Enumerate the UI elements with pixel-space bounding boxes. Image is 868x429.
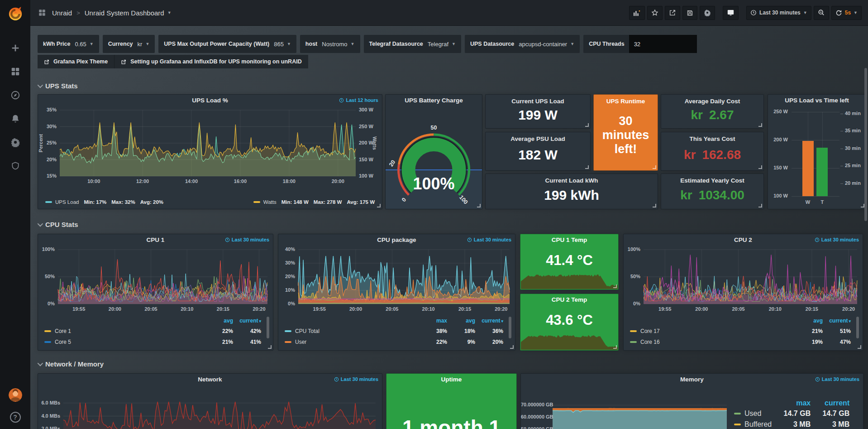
- memory-chart[interactable]: 70.000000 GB60.000000 GB50.000000 GB: [521, 386, 730, 429]
- cpu1-chart[interactable]: 100%50%0%19:5520:0020:0520:1020:1520:20: [38, 246, 273, 315]
- series-key: [253, 201, 260, 203]
- svg-text:20: 20: [388, 159, 396, 168]
- zoom-out-button[interactable]: [814, 6, 829, 20]
- grafana-logo[interactable]: [5, 4, 25, 24]
- create-plus-icon[interactable]: [10, 43, 21, 53]
- svg-text:50: 50: [431, 125, 437, 131]
- nav-actions: Last 30 minutes ▼ 5s ▼: [629, 6, 862, 20]
- panel-time-range[interactable]: Last 30 minutes: [225, 237, 269, 242]
- admin-shield-icon[interactable]: [10, 160, 21, 171]
- network-chart[interactable]: 6.0 MBs4.0 MBs2.0 MBs: [38, 386, 382, 429]
- legend-scrollbar[interactable]: [509, 317, 511, 338]
- section-ups-stats[interactable]: UPS Stats: [38, 82, 78, 90]
- legend-row: Core 5 21% 41%: [44, 337, 261, 347]
- cpu1-temp-value: 41.4 °C: [520, 252, 618, 269]
- panel-title[interactable]: UPS Load vs Time left: [768, 95, 866, 106]
- refresh-interval-label: 5s: [845, 10, 851, 16]
- panel-title[interactable]: Memory: [521, 374, 863, 386]
- panel-time-range[interactable]: Last 30 minutes: [815, 376, 859, 382]
- stat-value: 199 W: [518, 107, 558, 125]
- variable-ups-datasource[interactable]: UPS Datasource apcupsd-container▼: [465, 35, 580, 53]
- legend-row: User 22% 9% 20%: [285, 337, 503, 347]
- chevron-down-icon: [38, 361, 43, 366]
- share-button[interactable]: [665, 6, 680, 20]
- panel-title[interactable]: UPS Load %: [38, 95, 382, 106]
- cpu-package-legend: max avg current CPU Total 38% 18% 36% Us…: [278, 315, 515, 350]
- chevron-down-icon: ▼: [167, 10, 172, 15]
- chevron-down-icon: [38, 82, 43, 88]
- variable-host[interactable]: host Nostromo▼: [300, 35, 360, 53]
- clock-icon: [467, 237, 472, 242]
- ups-load-legend: UPS Load Min: 17% Max: 32% Avg: 20% Watt…: [38, 197, 382, 209]
- panel-title[interactable]: Network: [38, 374, 382, 386]
- variable-currency[interactable]: Currency kr▼: [103, 35, 155, 53]
- cpu-package-chart[interactable]: 40%30%20%10%0%19:5520:0020:0520:1020:152…: [278, 246, 515, 315]
- row-network-memory: Network Last 30 minutes 6.0 MBs4.0 MBs2.…: [38, 373, 863, 429]
- link-ups-monitoring-guide[interactable]: Setting up Grafana and InfluxDB for UPS …: [114, 55, 308, 68]
- dashboards-grid-icon[interactable]: [10, 66, 21, 77]
- panel-title[interactable]: CPU 1 Temp: [520, 234, 618, 246]
- legend-row: Core 17 21% 51%: [630, 326, 851, 337]
- legend-scrollbar[interactable]: [267, 317, 269, 338]
- ups-load-chart[interactable]: 35%30%25%20%15%300 W250 W200 W150 W100 W…: [38, 106, 382, 197]
- panel-title[interactable]: UPS Battery Charge: [386, 95, 482, 106]
- help-icon[interactable]: ?: [10, 412, 21, 423]
- panel-current-ups-load: Current UPS Load 199 W: [485, 94, 591, 129]
- time-range-button[interactable]: Last 30 minutes ▼: [746, 6, 811, 20]
- panel-ups-runtime: UPS Runtime 30 minutes left!: [593, 94, 658, 171]
- cpu-temp-column: CPU 1 Temp 41.4 °C CPU 2 Temp 43.6 °C: [520, 234, 619, 351]
- panel-time-range[interactable]: Last 30 minutes: [815, 237, 859, 242]
- variable-cpu-threads: CPU Threads: [583, 35, 697, 53]
- apps-grid-icon[interactable]: [37, 7, 48, 18]
- load-vs-time-chart[interactable]: 250 W200 W150 W100 W40 min35 min30 min25…: [768, 106, 866, 209]
- clock-icon: [339, 98, 344, 103]
- cpu2-temp-value: 43.6 °C: [520, 312, 618, 328]
- page-scrollbar[interactable]: [864, 68, 867, 221]
- panel-time-range[interactable]: Last 30 minutes: [334, 376, 378, 382]
- memory-legend: max current Used 14.7 GB 14.7 GB Buffere…: [730, 386, 863, 429]
- legend-scrollbar[interactable]: [856, 317, 859, 338]
- panel-time-range[interactable]: Last 30 minutes: [467, 237, 511, 242]
- cpu1-legend: avg current Core 1 22% 42% Core 5 21% 41…: [38, 315, 273, 350]
- cpu2-chart[interactable]: 100%50%0%19:5520:0020:0520:1020:1520:20: [624, 246, 863, 315]
- panel-current-load-kwh: Current Load kWh 199 kWh: [485, 174, 658, 209]
- panel-ups-load-pct: UPS Load % Last 12 hours 35%30%25%20%15%…: [38, 94, 382, 209]
- link-grafana-plex-theme[interactable]: Grafana Plex Theme: [38, 55, 114, 68]
- refresh-button[interactable]: 5s ▼: [831, 6, 862, 20]
- breadcrumb-root[interactable]: Unraid: [52, 9, 72, 17]
- configuration-gear-icon[interactable]: [10, 137, 21, 148]
- panel-network: Network Last 30 minutes 6.0 MBs4.0 MBs2.…: [38, 373, 382, 429]
- legend-series-name[interactable]: Watts: [263, 199, 277, 205]
- panel-title[interactable]: Uptime: [386, 374, 516, 386]
- user-avatar[interactable]: [9, 388, 22, 402]
- panel-cpu1-temp: CPU 1 Temp 41.4 °C: [520, 234, 619, 290]
- cycle-view-button[interactable]: [723, 6, 739, 20]
- bar-T[interactable]: [816, 148, 828, 196]
- explore-compass-icon[interactable]: [10, 90, 21, 101]
- star-button[interactable]: [647, 6, 663, 20]
- add-panel-button[interactable]: [629, 6, 645, 20]
- row-ups-stats: UPS Load % Last 12 hours 35%30%25%20%15%…: [38, 94, 866, 209]
- alerting-bell-icon[interactable]: [10, 113, 21, 124]
- battery-charge-value: 100%: [386, 174, 482, 193]
- legend-series-name[interactable]: UPS Load: [55, 199, 79, 205]
- cpu-threads-input[interactable]: [629, 35, 697, 53]
- panel-estimated-yearly-cost: Estimated Yearly Cost kr1034.00: [661, 174, 764, 209]
- stat-value: 182 W: [518, 147, 558, 165]
- variable-kwh-price[interactable]: kWh Price 0.65▼: [38, 35, 99, 53]
- ups-stat-panels: Current UPS Load 199 W Average PSU Load …: [485, 94, 765, 209]
- variable-telegraf-datasource[interactable]: Telegraf Datasource Telegraf▼: [364, 35, 461, 53]
- section-network-memory[interactable]: Network / Memory: [38, 360, 104, 368]
- section-cpu-stats[interactable]: CPU Stats: [38, 221, 78, 228]
- legend-row: Core 1 22% 42%: [44, 326, 261, 337]
- panel-time-range[interactable]: Last 12 hours: [339, 97, 378, 103]
- series-key: [630, 341, 637, 343]
- dashboard-settings-button[interactable]: [700, 6, 715, 20]
- bar-W[interactable]: [802, 141, 814, 196]
- panel-average-daily-cost: Average Daily Cost kr2.67: [661, 94, 764, 129]
- variable-ups-max-output[interactable]: UPS Max Output Power Capacity (Watt) 865…: [158, 35, 296, 53]
- stat-value: kr1034.00: [680, 188, 744, 205]
- panel-title[interactable]: CPU 2 Temp: [520, 294, 618, 306]
- save-button[interactable]: [682, 6, 697, 20]
- dashboard-title[interactable]: Unraid System Dashboard ▼: [85, 9, 172, 17]
